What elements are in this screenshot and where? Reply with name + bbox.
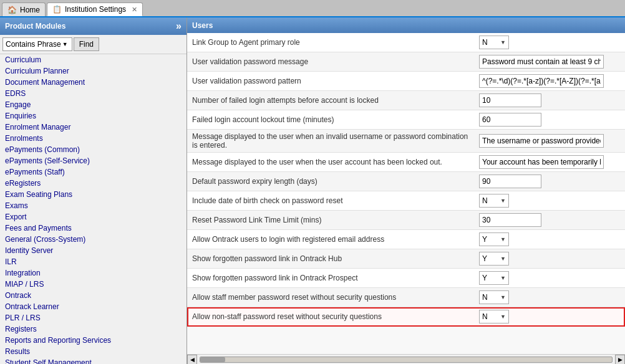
- module-list-item[interactable]: Curriculum: [0, 54, 187, 65]
- module-list-item[interactable]: ILR: [0, 256, 187, 267]
- setting-value[interactable]: Y▼: [474, 230, 625, 249]
- setting-value[interactable]: [474, 211, 625, 230]
- tab-bar: 🏠 Home 📋 Institution Settings ✕: [0, 0, 625, 17]
- table-row: Allow Ontrack users to login with regist…: [187, 230, 625, 249]
- scroll-right-button[interactable]: ▶: [615, 355, 625, 365]
- module-list-item[interactable]: Ontrack Learner: [0, 301, 187, 312]
- table-row: Reset Password Link Time Limit (mins): [187, 211, 625, 230]
- module-list-item[interactable]: MIAP / LRS: [0, 279, 187, 290]
- select-value: N: [482, 293, 500, 302]
- module-list-item[interactable]: Enquiries: [0, 110, 187, 122]
- setting-value[interactable]: N▼: [474, 33, 625, 52]
- setting-label: Default password expiry length (days): [187, 172, 474, 191]
- setting-value[interactable]: N▼: [474, 191, 625, 211]
- module-list-item[interactable]: Fees and Payments: [0, 223, 187, 234]
- search-bar: Contains Phrase ▼ Find: [0, 35, 187, 54]
- module-list-item[interactable]: Document Management: [0, 77, 187, 88]
- setting-label: Show forgotten password link in Ontrack …: [187, 249, 474, 269]
- select-value: N: [482, 196, 500, 205]
- setting-input[interactable]: [479, 93, 541, 107]
- home-tab-icon: 🏠: [7, 6, 17, 14]
- home-tab-label: Home: [20, 6, 40, 14]
- tab-home[interactable]: 🏠 Home: [2, 2, 46, 16]
- module-list-item[interactable]: ePayments (Common): [0, 144, 187, 155]
- find-button[interactable]: Find: [74, 37, 99, 51]
- table-row: User validation password message: [187, 52, 625, 72]
- tab-institution-settings[interactable]: 📋 Institution Settings ✕: [47, 2, 143, 16]
- setting-wide-input[interactable]: [479, 134, 604, 148]
- module-list-item[interactable]: Integration: [0, 267, 187, 279]
- setting-select-control[interactable]: N▼: [479, 194, 509, 208]
- setting-value[interactable]: Y▼: [474, 269, 625, 288]
- setting-select-control[interactable]: Y▼: [479, 271, 509, 285]
- module-list-item[interactable]: ePayments (Self-Service): [0, 155, 187, 166]
- setting-wide-input[interactable]: [479, 55, 604, 69]
- settings-table: Link Group to Agent primary roleN▼User v…: [187, 33, 625, 327]
- scroll-left-button[interactable]: ◀: [187, 355, 197, 365]
- setting-value[interactable]: [474, 52, 625, 72]
- institution-settings-tab-close[interactable]: ✕: [132, 6, 137, 14]
- setting-label: User validation password pattern: [187, 72, 474, 91]
- table-row: Show forgotten password link in Ontrack …: [187, 249, 625, 269]
- setting-label: Reset Password Link Time Limit (mins): [187, 211, 474, 230]
- setting-label: User validation password message: [187, 52, 474, 72]
- setting-select-control[interactable]: N▼: [479, 36, 509, 49]
- module-list-item[interactable]: Export: [0, 211, 187, 223]
- module-list-item[interactable]: eRegisters: [0, 178, 187, 189]
- table-row: Link Group to Agent primary roleN▼: [187, 33, 625, 52]
- module-list-item[interactable]: Exams: [0, 200, 187, 211]
- module-list-item[interactable]: Registers: [0, 323, 187, 335]
- left-panel-title: Product Modules: [5, 22, 65, 31]
- setting-wide-input[interactable]: [479, 74, 604, 88]
- module-list-item[interactable]: EDRS: [0, 88, 187, 99]
- table-row: Number of failed login attempts before a…: [187, 91, 625, 110]
- setting-label: Allow staff member password reset withou…: [187, 288, 474, 307]
- setting-input[interactable]: [479, 213, 541, 227]
- setting-value[interactable]: Y▼: [474, 249, 625, 269]
- table-row: User validation password pattern: [187, 72, 625, 91]
- setting-value[interactable]: [474, 172, 625, 191]
- setting-value[interactable]: [474, 72, 625, 91]
- select-arrow-icon: ▼: [500, 275, 506, 281]
- setting-select-control[interactable]: Y▼: [479, 232, 509, 246]
- left-panel-header: Product Modules »: [0, 17, 187, 35]
- scroll-track[interactable]: [200, 357, 613, 363]
- module-list-item[interactable]: Enrolments: [0, 133, 187, 144]
- module-list-item[interactable]: Curriculum Planner: [0, 65, 187, 77]
- setting-value[interactable]: [474, 130, 625, 153]
- settings-table-body: Link Group to Agent primary roleN▼User v…: [187, 33, 625, 327]
- setting-value[interactable]: [474, 110, 625, 130]
- module-list-item[interactable]: Reports and Reporting Services: [0, 335, 187, 346]
- settings-table-container[interactable]: Link Group to Agent primary roleN▼User v…: [187, 33, 625, 354]
- module-list-item[interactable]: Identity Server: [0, 245, 187, 256]
- search-mode-dropdown[interactable]: Contains Phrase ▼: [2, 37, 72, 51]
- module-list-item[interactable]: Student Self Management: [0, 357, 187, 364]
- select-value: Y: [482, 235, 500, 244]
- right-panel-title: Users: [192, 21, 213, 30]
- setting-input[interactable]: [479, 175, 541, 188]
- module-list-item[interactable]: General (Cross-System): [0, 234, 187, 245]
- setting-value[interactable]: [474, 153, 625, 172]
- module-list-item[interactable]: PLR / LRS: [0, 312, 187, 323]
- search-mode-label: Contains Phrase: [6, 40, 61, 49]
- setting-value[interactable]: [474, 91, 625, 110]
- module-list-item[interactable]: Exam Seating Plans: [0, 189, 187, 200]
- setting-select-control[interactable]: Y▼: [479, 252, 509, 266]
- institution-settings-tab-label: Institution Settings: [65, 5, 126, 14]
- scroll-thumb[interactable]: [200, 357, 225, 362]
- module-list-item[interactable]: Ontrack: [0, 290, 187, 301]
- module-list-item[interactable]: Enrolment Manager: [0, 122, 187, 133]
- setting-select-control[interactable]: N▼: [479, 290, 509, 304]
- setting-input[interactable]: [479, 113, 541, 127]
- setting-wide-input[interactable]: [479, 155, 604, 169]
- select-value: N: [482, 312, 500, 321]
- module-list-item[interactable]: Engage: [0, 99, 187, 110]
- module-list-item[interactable]: Results: [0, 346, 187, 357]
- setting-label: Message displayed to the user when the u…: [187, 153, 474, 172]
- collapse-arrows-icon[interactable]: »: [176, 21, 182, 32]
- setting-select-control[interactable]: N▼: [479, 310, 509, 323]
- select-arrow-icon: ▼: [500, 39, 506, 46]
- module-list-item[interactable]: ePayments (Staff): [0, 166, 187, 178]
- setting-value[interactable]: N▼: [474, 288, 625, 307]
- setting-value[interactable]: N▼: [474, 307, 625, 327]
